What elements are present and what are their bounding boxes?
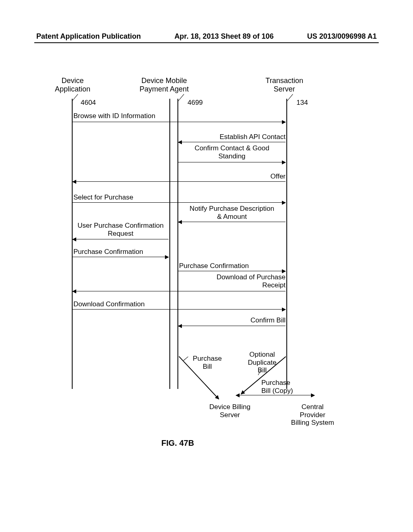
arrow-upc-req — [73, 239, 169, 239]
msg-select: Select for Purchase — [73, 193, 170, 202]
msg-offer: Offer — [242, 172, 286, 181]
page-header: Patent Application Publication Apr. 18, … — [0, 32, 413, 41]
ref-134: 134 — [296, 99, 308, 107]
msg-notify: Notify Purchase Description & Amount — [178, 205, 286, 220]
arrow-browse — [73, 122, 286, 122]
lifeline-device-app — [72, 99, 73, 389]
label-billing-server: Device Billing Server — [202, 403, 258, 419]
sequence-diagram: Device Application Device Mobile Payment… — [48, 77, 355, 439]
arrow-bill-copy — [236, 395, 315, 395]
arrow-dlreceipt — [73, 291, 286, 291]
msg-confirm-standing: Confirm Contact & Good Standing — [178, 144, 286, 160]
ref-4604: 4604 — [81, 99, 96, 107]
msg-api: Establish API Contact — [178, 133, 286, 141]
msg-pc2: Purchase Confirmation — [179, 262, 286, 270]
arrow-dlconf — [73, 309, 286, 310]
header-rule — [34, 42, 379, 43]
label-central-provider: Central Provider Billing System — [282, 403, 343, 427]
msg-purchase-bill: Purchase Bill — [187, 355, 227, 370]
ref-tick-4604 — [72, 94, 78, 101]
ref-4699: 4699 — [188, 99, 203, 107]
arrow-select — [73, 202, 286, 203]
header-center: Apr. 18, 2013 Sheet 89 of 106 — [174, 32, 273, 41]
col-device-application: Device Application — [40, 77, 105, 94]
msg-upc-req: User Purchase Confirmation Request — [73, 222, 169, 237]
arrow-confirm-standing — [178, 162, 286, 162]
arrow-offer — [73, 181, 286, 182]
msg-dlconf: Download Confirmation — [73, 300, 170, 308]
header-left: Patent Application Publication — [36, 32, 141, 41]
lifeline-transaction-server — [286, 99, 287, 389]
figure-title: FIG. 47B — [161, 438, 194, 448]
arrow-confirm-bill — [178, 326, 286, 326]
msg-bill-copy: Purchase Bill (Copy) — [261, 379, 306, 395]
lifeline-payment-agent-left — [169, 99, 170, 389]
arrow-pc1 — [73, 257, 169, 257]
msg-confirm-bill: Confirm Bill — [226, 316, 286, 324]
col-transaction-server: Transaction Server — [252, 77, 317, 94]
msg-pc1: Purchase Confirmation — [73, 248, 169, 256]
arrow-pc2 — [178, 271, 286, 271]
msg-browse: Browse with ID Information — [73, 112, 170, 120]
header-right: US 2013/0096998 A1 — [307, 32, 377, 41]
col-payment-agent: Device Mobile Payment Agent — [132, 77, 196, 94]
msg-dlreceipt: Download of Purchase Receipt — [178, 273, 286, 289]
ref-tick-4699 — [178, 94, 184, 101]
ref-tick-134 — [287, 94, 293, 101]
arrow-api — [178, 142, 286, 142]
msg-opt-dup: Optional Duplicate Bill — [242, 351, 282, 374]
arrow-notify — [178, 222, 286, 222]
